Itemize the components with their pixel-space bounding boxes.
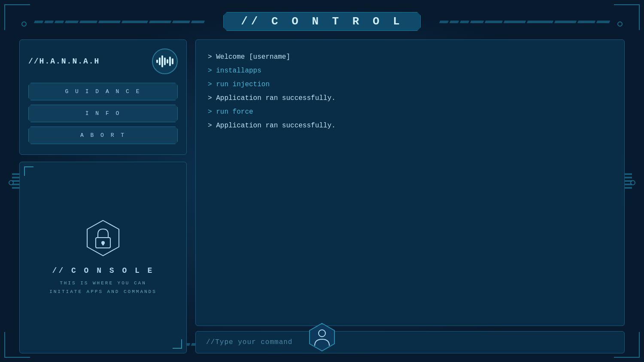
bottom-avatar-button[interactable] — [307, 322, 337, 354]
hannah-buttons: G U I D A N C E I N F O A B O R T — [28, 83, 178, 144]
command-input-area — [195, 331, 625, 353]
console-description: THIS IS WHERE YOU CAN INITIATE APPS AND … — [49, 279, 157, 296]
content-area: //H.A.N.N.A.H G U I — [19, 39, 625, 353]
lock-icon — [84, 219, 122, 259]
terminal-line-3: > Application ran successfully. — [208, 91, 612, 105]
terminal-line-4: > run force — [208, 105, 612, 119]
info-button[interactable]: I N F O — [28, 105, 178, 122]
right-panel: > Welcome [username] > installapps > run… — [195, 39, 625, 353]
terminal-output: > Welcome [username] > installapps > run… — [195, 39, 625, 326]
hannah-title: //H.A.N.N.A.H — [28, 57, 100, 66]
terminal-line-2: > run injection — [208, 78, 612, 91]
console-title: // C O N S O L E — [52, 266, 154, 275]
abort-button[interactable]: A B O R T — [28, 127, 178, 144]
page-title: // C O N T R O L — [241, 15, 403, 28]
console-panel: // C O N S O L E THIS IS WHERE YOU CAN I… — [19, 162, 187, 353]
hannah-header: //H.A.N.N.A.H — [28, 48, 178, 74]
terminal-line-1: > installapps — [208, 64, 612, 78]
terminal-line-0: > Welcome [username] — [208, 50, 612, 64]
command-input[interactable] — [206, 338, 614, 346]
guidance-button[interactable]: G U I D A N C E — [28, 83, 178, 100]
hannah-panel: //H.A.N.N.A.H G U I — [19, 39, 187, 155]
avatar — [152, 48, 178, 74]
sound-wave-icon — [156, 55, 173, 67]
left-panel: //H.A.N.N.A.H G U I — [19, 39, 187, 353]
main-container: // C O N T R O L //H.A.N.N.A.H — [0, 0, 644, 362]
title-bar: // C O N T R O L — [19, 9, 625, 36]
terminal-line-5: > Application ran successfully. — [208, 119, 612, 133]
svg-rect-3 — [102, 243, 104, 245]
